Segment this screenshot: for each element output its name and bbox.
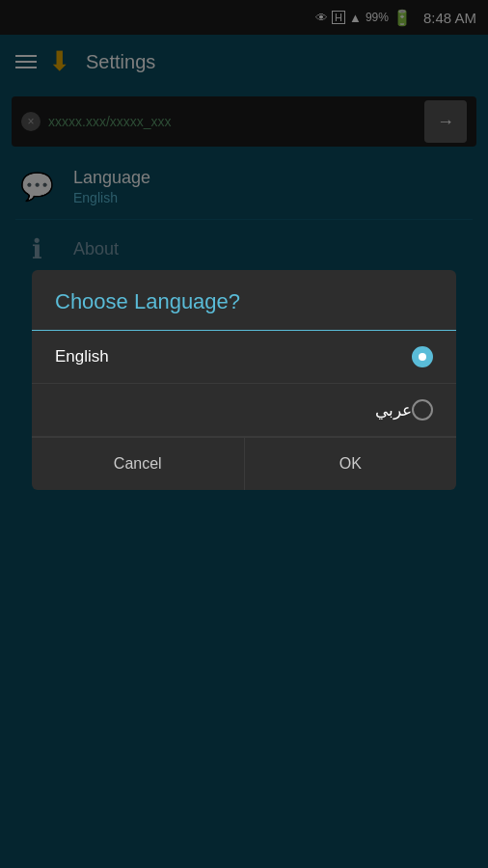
dialog-title: Choose Language?: [32, 270, 456, 330]
arabic-radio[interactable]: [412, 399, 433, 420]
choose-language-dialog: Choose Language? English عربي Cancel OK: [32, 270, 456, 490]
dialog-buttons: Cancel OK: [32, 437, 456, 490]
english-option-label: English: [55, 347, 412, 366]
arabic-option-label: عربي: [55, 400, 412, 420]
cancel-button[interactable]: Cancel: [32, 438, 244, 490]
ok-button[interactable]: OK: [245, 438, 457, 490]
dialog-option-arabic[interactable]: عربي: [32, 384, 456, 437]
dialog-overlay: Choose Language? English عربي Cancel OK: [0, 0, 488, 868]
dialog-option-english[interactable]: English: [32, 331, 456, 384]
english-radio[interactable]: [412, 346, 433, 367]
